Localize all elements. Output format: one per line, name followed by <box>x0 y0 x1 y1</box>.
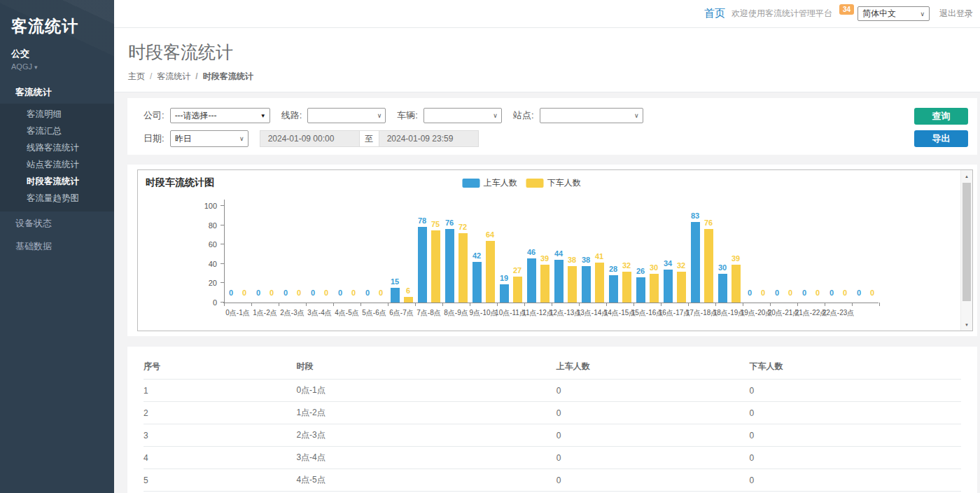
date-start-input[interactable]: 2024-01-09 00:00 <box>260 130 360 147</box>
x-tick <box>524 303 525 306</box>
bar-value-label: 46 <box>527 248 536 256</box>
chevron-down-icon: ∨ <box>239 135 244 142</box>
table-header-cell: 上车人数 <box>556 355 750 380</box>
bar-value-label: 0 <box>324 289 328 297</box>
x-tick <box>442 303 443 306</box>
scrollbar-thumb[interactable] <box>962 183 971 301</box>
bar-上车人数 <box>554 260 564 303</box>
x-tick <box>770 303 771 306</box>
notification-badge[interactable]: 34 <box>839 4 854 15</box>
breadcrumb-link[interactable]: 主页 <box>128 71 145 81</box>
table-cell: 0点-1点 <box>296 380 556 402</box>
bar-下车人数 <box>486 241 495 303</box>
table-header-cell: 时段 <box>296 355 556 380</box>
chart-card: 时段车流统计图 上车人数下车人数 020406080100000点-1点001点… <box>127 165 977 336</box>
y-tick-label: 80 <box>197 221 217 230</box>
company-select[interactable]: ---请选择--- ▼ <box>170 108 270 123</box>
sidebar-section-设备状态[interactable]: 设备状态 <box>0 211 114 235</box>
y-tick <box>220 205 224 206</box>
x-tick <box>224 303 225 306</box>
bar-value-label: 32 <box>677 261 685 270</box>
scroll-up-icon[interactable]: ▲ <box>961 171 972 181</box>
bar-下车人数 <box>568 266 577 303</box>
station-select[interactable]: ∨ <box>540 108 643 123</box>
x-tick <box>360 303 361 306</box>
bar-value-label: 0 <box>270 289 274 297</box>
y-tick <box>220 282 224 283</box>
export-button[interactable]: 导出 <box>914 130 968 147</box>
bar-下车人数 <box>622 272 631 303</box>
search-button[interactable]: 查询 <box>914 108 968 125</box>
x-tick <box>852 303 853 306</box>
bar-value-label: 0 <box>256 289 260 297</box>
table-cell: 1 <box>144 380 296 402</box>
bar-上车人数 <box>582 266 591 303</box>
sidebar-item-时段客流统计[interactable]: 时段客流统计 <box>0 173 114 190</box>
page-heading: 时段客流统计 主页客流统计时段客流统计 <box>114 28 980 92</box>
sidebar-item-客流量趋势图[interactable]: 客流量趋势图 <box>0 190 114 207</box>
sidebar-submenu: 客流明细客流汇总线路客流统计站点客流统计时段客流统计客流量趋势图 <box>0 104 114 211</box>
language-select[interactable]: 简体中文 ∨ <box>858 6 930 21</box>
filter-station: 站点: ∨ <box>513 108 643 123</box>
date-preset-select[interactable]: 昨日 ∨ <box>170 130 248 147</box>
bar-下车人数 <box>732 265 741 303</box>
x-tick <box>333 303 334 306</box>
sidebar: 客流统计 公交 AQGJ▾ 客流统计客流明细客流汇总线路客流统计站点客流统计时段… <box>0 0 114 493</box>
bar-下车人数 <box>404 297 413 303</box>
bar-下车人数 <box>513 277 522 303</box>
bar-value-label: 15 <box>391 277 399 286</box>
sidebar-menu: 客流统计客流明细客流汇总线路客流统计站点客流统计时段客流统计客流量趋势图设备状态… <box>0 81 114 258</box>
bar-上车人数 <box>636 277 645 303</box>
sidebar-item-客流汇总[interactable]: 客流汇总 <box>0 123 114 139</box>
legend-swatch-icon <box>463 179 480 188</box>
x-tick-label: 6点-7点 <box>389 308 413 318</box>
sidebar-item-线路客流统计[interactable]: 线路客流统计 <box>0 139 114 156</box>
sidebar-item-站点客流统计[interactable]: 站点客流统计 <box>0 156 114 173</box>
table-row: 43点-4点00 <box>144 447 961 469</box>
bar-value-label: 0 <box>816 289 820 297</box>
filter-company: 公司: ---请选择--- ▼ <box>144 108 270 123</box>
home-link[interactable]: 首页 <box>704 7 725 20</box>
bar-value-label: 0 <box>365 289 370 297</box>
bar-value-label: 42 <box>472 251 481 260</box>
bar-下车人数 <box>540 265 550 303</box>
bar-value-label: 0 <box>761 289 765 297</box>
company-name: 公交 <box>11 48 103 60</box>
company-select-value: ---请选择--- <box>175 110 217 122</box>
legend-item-下车人数[interactable]: 下车人数 <box>526 177 581 189</box>
bar-value-label: 0 <box>748 289 752 297</box>
x-tick-label: 22点-23点 <box>822 308 855 318</box>
scroll-down-icon[interactable]: ▼ <box>961 319 972 330</box>
legend-swatch-icon <box>526 179 544 188</box>
x-tick <box>497 303 498 306</box>
legend-item-上车人数[interactable]: 上车人数 <box>463 177 517 189</box>
logout-link[interactable]: 退出登录 <box>939 8 973 20</box>
table-cell: 3点-4点 <box>296 447 556 469</box>
date-end-input[interactable]: 2024-01-09 23:59 <box>379 130 479 147</box>
bar-value-label: 76 <box>445 218 454 227</box>
table-row: 21点-2点00 <box>144 402 961 424</box>
caret-down-icon: ▾ <box>34 64 38 71</box>
table-cell: 5 <box>144 469 296 492</box>
filter-line: 线路: ∨ <box>281 108 386 123</box>
table-cell: 0 <box>556 424 750 447</box>
bar-value-label: 0 <box>338 289 342 297</box>
table-header-cell: 下车人数 <box>749 355 961 380</box>
bar-value-label: 30 <box>650 263 658 272</box>
company-label: 公司: <box>144 109 164 122</box>
sidebar-section-基础数据[interactable]: 基础数据 <box>0 235 114 258</box>
x-tick <box>606 303 607 306</box>
sidebar-section-客流统计[interactable]: 客流统计 <box>0 81 114 104</box>
sidebar-item-客流明细[interactable]: 客流明细 <box>0 106 114 123</box>
x-tick <box>579 303 580 306</box>
vehicle-select[interactable]: ∨ <box>424 108 502 123</box>
bar-上车人数 <box>664 270 673 303</box>
table-cell: 2 <box>144 402 296 424</box>
line-select[interactable]: ∨ <box>307 108 386 123</box>
bar-value-label: 75 <box>431 220 440 228</box>
bar-上车人数 <box>472 262 482 303</box>
user-menu[interactable]: AQGJ▾ <box>11 62 103 71</box>
bar-value-label: 27 <box>513 266 522 275</box>
breadcrumb-link[interactable]: 客流统计 <box>145 71 190 81</box>
x-tick-label: 9点-10点 <box>469 308 497 318</box>
